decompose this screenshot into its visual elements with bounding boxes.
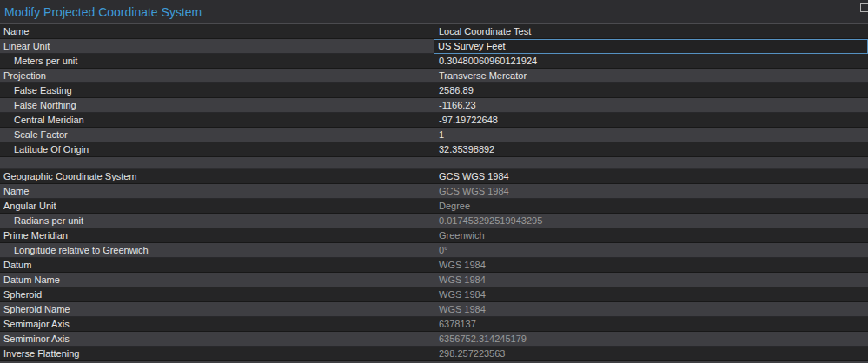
page-title: Modify Projected Coordinate System: [0, 5, 202, 19]
row-spheroid: Spheroid WGS 1984: [0, 287, 868, 302]
row-value: WGS 1984: [434, 304, 868, 314]
row-label: Geographic Coordinate System: [0, 171, 434, 182]
restore-window-icon[interactable]: [860, 3, 868, 12]
row-value[interactable]: 1: [434, 129, 868, 140]
row-label: Spheroid: [0, 289, 434, 300]
row-semimajor-axis: Semimajor Axis 6378137: [0, 317, 868, 332]
row-value: 298.257223563: [434, 348, 868, 359]
row-value: Degree: [434, 201, 868, 211]
row-scale-factor: Scale Factor 1: [0, 128, 868, 142]
row-label: Inverse Flattening: [0, 348, 434, 359]
row-value: WGS 1984: [434, 260, 868, 270]
row-geographic-coordinate-system: Geographic Coordinate System GCS WGS 198…: [0, 169, 868, 184]
row-value[interactable]: GCS WGS 1984: [434, 171, 868, 182]
row-value[interactable]: Transverse Mercator: [434, 70, 868, 81]
row-value[interactable]: -97.19722648: [434, 115, 868, 125]
row-name: Name Local Coordinate Test: [0, 24, 868, 39]
row-label: Name: [0, 186, 434, 196]
row-label: Latitude Of Origin: [0, 144, 434, 155]
section-gap: [0, 157, 868, 169]
row-label: Name: [0, 26, 434, 36]
row-meters-per-unit: Meters per unit 0.30480060960121924: [0, 54, 868, 69]
row-linear-unit: Linear Unit: [0, 39, 868, 54]
row-projection: Projection Transverse Mercator: [0, 69, 868, 83]
row-spheroid-name: Spheroid Name WGS 1984: [0, 302, 868, 317]
row-value[interactable]: Local Coordinate Test: [434, 26, 868, 36]
dialog-header: Modify Projected Coordinate System: [0, 0, 868, 24]
row-label: Datum Name: [0, 274, 434, 285]
row-value[interactable]: -1166.23: [434, 100, 868, 110]
row-label: False Easting: [0, 85, 434, 96]
row-value[interactable]: 2586.89: [434, 85, 868, 96]
row-label: Semiminor Axis: [0, 333, 434, 344]
row-false-northing: False Northing -1166.23: [0, 98, 868, 113]
row-label: Meters per unit: [0, 56, 434, 66]
row-datum-name: Datum Name WGS 1984: [0, 273, 868, 287]
row-value: WGS 1984: [434, 274, 868, 285]
row-value: WGS 1984: [434, 289, 868, 300]
row-value: 0°: [434, 245, 868, 255]
row-label: False Northing: [0, 100, 434, 110]
row-label: Semimajor Axis: [0, 319, 434, 329]
row-value: 0.30480060960121924: [434, 56, 868, 66]
row-label: Projection: [0, 70, 434, 81]
modify-projected-coordinate-system-dialog: Modify Projected Coordinate System Name …: [0, 0, 868, 363]
row-label: Spheroid Name: [0, 304, 434, 314]
row-label: Prime Meridian: [0, 230, 434, 241]
row-label: Longitude relative to Greenwich: [0, 245, 434, 255]
row-value[interactable]: 32.35398892: [434, 144, 868, 155]
row-prime-meridian: Prime Meridian Greenwich: [0, 228, 868, 243]
row-semiminor-axis: Semiminor Axis 6356752.314245179: [0, 332, 868, 346]
row-gcs-name: Name GCS WGS 1984: [0, 184, 868, 199]
row-value: 0.017453292519943295: [434, 215, 868, 226]
row-label: Scale Factor: [0, 129, 434, 140]
row-value: 6378137: [434, 319, 868, 329]
row-value: Greenwich: [434, 230, 868, 241]
row-label: Radians per unit: [0, 215, 434, 226]
row-label: Datum: [0, 260, 434, 270]
row-label: Central Meridian: [0, 115, 434, 125]
property-grid: Name Local Coordinate Test Linear Unit M…: [0, 24, 868, 363]
row-label: Linear Unit: [0, 41, 434, 51]
row-false-easting: False Easting 2586.89: [0, 83, 868, 98]
row-longitude-relative-to-greenwich: Longitude relative to Greenwich 0°: [0, 243, 868, 258]
row-inverse-flattening: Inverse Flattening 298.257223563: [0, 346, 868, 361]
row-angular-unit: Angular Unit Degree: [0, 199, 868, 214]
row-central-meridian: Central Meridian -97.19722648: [0, 113, 868, 128]
row-latitude-of-origin: Latitude Of Origin 32.35398892: [0, 142, 868, 157]
row-datum: Datum WGS 1984: [0, 258, 868, 273]
linear-unit-input[interactable]: [434, 39, 868, 54]
row-radians-per-unit: Radians per unit 0.017453292519943295: [0, 214, 868, 228]
row-label: Angular Unit: [0, 201, 434, 211]
row-value: 6356752.314245179: [434, 333, 868, 344]
row-value: GCS WGS 1984: [434, 186, 868, 196]
